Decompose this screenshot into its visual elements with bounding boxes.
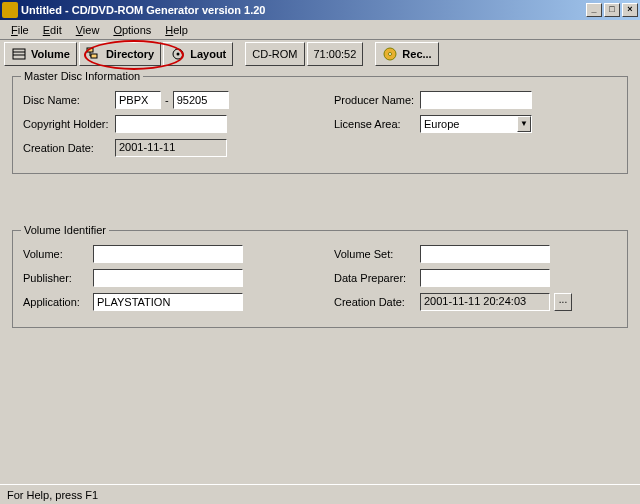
application-label: Application: (23, 296, 89, 308)
license-value: Europe (424, 118, 459, 130)
record-button[interactable]: Rec... (375, 42, 438, 66)
volset-field[interactable] (420, 245, 550, 263)
tab-volume[interactable]: Volume (4, 42, 77, 66)
dataprep-label: Data Preparer: (334, 272, 416, 284)
cdrom-button[interactable]: CD-ROM (245, 42, 304, 66)
disc-icon (382, 46, 398, 62)
vol-creation-value: 2001-11-11 20:24:03 (420, 293, 550, 311)
record-label: Rec... (402, 48, 431, 60)
maximize-button[interactable]: □ (604, 3, 620, 17)
tab-volume-label: Volume (31, 48, 70, 60)
app-icon (2, 2, 18, 18)
tab-directory-label: Directory (106, 48, 154, 60)
creation-date-label: Creation Date: (23, 142, 111, 154)
volset-label: Volume Set: (334, 248, 416, 260)
date-picker-button[interactable]: ... (554, 293, 572, 311)
window-buttons: _ □ × (586, 3, 638, 17)
disc-name-field-1[interactable] (115, 91, 161, 109)
vol-creation-label: Creation Date: (334, 296, 416, 308)
status-text: For Help, press F1 (4, 488, 101, 502)
menu-options[interactable]: Options (106, 22, 158, 38)
time-button[interactable]: 71:00:52 (307, 42, 364, 66)
directory-icon (86, 46, 102, 62)
dataprep-field[interactable] (420, 269, 550, 287)
content-area: Master Disc Information Disc Name: - Cop… (0, 68, 640, 392)
tab-directory[interactable]: Directory (79, 42, 161, 66)
disc-name-field-2[interactable] (173, 91, 229, 109)
menu-file[interactable]: File (4, 22, 36, 38)
menu-edit[interactable]: Edit (36, 22, 69, 38)
volume-icon (11, 46, 27, 62)
disc-name-label: Disc Name: (23, 94, 111, 106)
toolbar: Volume Directory Layout CD-ROM 71:00:52 … (0, 40, 640, 68)
tab-layout-label: Layout (190, 48, 226, 60)
publisher-field[interactable] (93, 269, 243, 287)
license-combo[interactable]: Europe ▼ (420, 115, 532, 133)
time-label: 71:00:52 (314, 48, 357, 60)
chevron-down-icon: ▼ (517, 116, 531, 132)
close-button[interactable]: × (622, 3, 638, 17)
svg-point-10 (389, 53, 392, 56)
minimize-button[interactable]: _ (586, 3, 602, 17)
volume-legend: Volume Identifier (21, 224, 109, 236)
copyright-label: Copyright Holder: (23, 118, 111, 130)
license-label: License Area: (334, 118, 416, 130)
statusbar: For Help, press F1 (0, 484, 640, 504)
svg-rect-0 (13, 49, 25, 59)
menu-help[interactable]: Help (158, 22, 195, 38)
cdrom-label: CD-ROM (252, 48, 297, 60)
master-disc-fieldset: Master Disc Information Disc Name: - Cop… (12, 76, 628, 174)
tab-layout[interactable]: Layout (163, 42, 233, 66)
master-legend: Master Disc Information (21, 70, 143, 82)
volume-label: Volume: (23, 248, 89, 260)
layout-icon (170, 46, 186, 62)
creation-date-value: 2001-11-11 (115, 139, 227, 157)
application-field[interactable] (93, 293, 243, 311)
producer-label: Producer Name: (334, 94, 416, 106)
copyright-field[interactable] (115, 115, 227, 133)
disc-name-sep: - (165, 94, 169, 106)
volume-field[interactable] (93, 245, 243, 263)
menubar: File Edit View Options Help (0, 20, 640, 40)
svg-point-8 (177, 53, 180, 56)
titlebar: Untitled - CD/DVD-ROM Generator version … (0, 0, 640, 20)
menu-view[interactable]: View (69, 22, 107, 38)
svg-rect-3 (87, 48, 93, 52)
window-title: Untitled - CD/DVD-ROM Generator version … (21, 4, 586, 16)
publisher-label: Publisher: (23, 272, 89, 284)
producer-field[interactable] (420, 91, 532, 109)
svg-rect-4 (91, 54, 97, 58)
volume-identifier-fieldset: Volume Identifier Volume: Publisher: App… (12, 230, 628, 328)
